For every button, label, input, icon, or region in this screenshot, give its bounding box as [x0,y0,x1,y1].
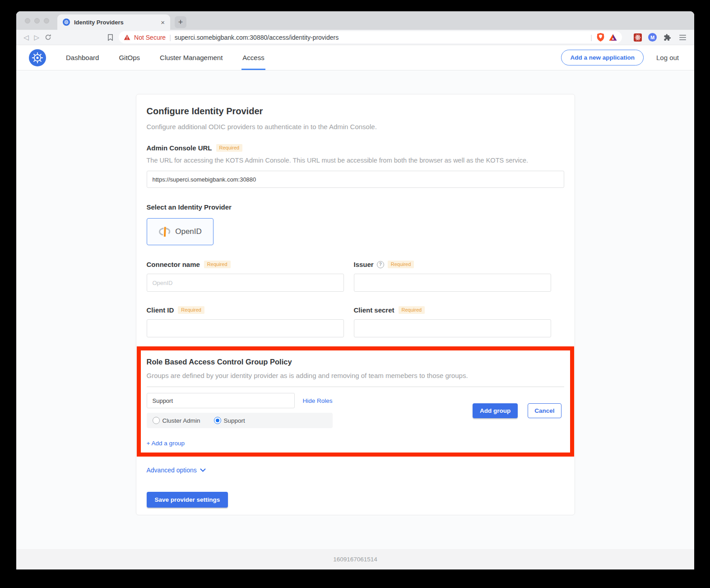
role-option-cluster-admin[interactable]: Cluster Admin [153,417,200,424]
role-label: Cluster Admin [162,417,200,424]
new-tab-button[interactable]: + [175,16,186,28]
warning-triangle-icon [124,34,130,40]
window-controls [16,11,57,30]
address-bar[interactable]: Not Secure | superci.somebigbank.com:308… [119,31,622,43]
required-badge: Required [399,306,425,314]
help-icon[interactable]: ? [377,261,384,268]
connector-fields-grid: Connector name Required Issuer ? Require… [147,261,564,337]
required-badge: Required [388,261,414,268]
select-identity-provider-label: Select an Identity Provider [147,203,564,211]
add-a-group-link[interactable]: + Add a group [147,440,185,447]
extension-atom-icon[interactable] [634,33,642,42]
save-provider-settings-button[interactable]: Save provider settings [147,492,228,508]
role-option-support[interactable]: Support [214,417,245,424]
browser-tab[interactable]: Identity Providers × [57,14,170,30]
tab-title: Identity Providers [74,19,156,26]
nav-item-gitops[interactable]: GitOps [118,45,141,70]
configure-identity-provider-card: Configure Identity Provider Configure ad… [136,94,575,515]
cancel-button[interactable]: Cancel [528,403,561,418]
connector-name-field: Connector name Required [147,261,344,292]
issuer-field: Issuer ? Required [354,261,551,292]
page-title: Configure Identity Provider [147,106,564,117]
puzzle-extensions-icon[interactable] [663,33,671,42]
required-badge: Required [204,261,231,268]
tab-strip: Identity Providers × + [16,11,694,30]
app-header: Dashboard GitOps Cluster Management Acce… [16,45,694,70]
page-subtitle: Configure additional ODIC providers to a… [147,123,564,131]
rbac-highlight-box: Role Based Access Control Group Policy G… [137,346,574,457]
bat-rewards-icon[interactable] [609,34,617,41]
page-content: Configure Identity Provider Configure ad… [16,70,694,549]
openid-provider-tile[interactable]: OpenID [147,218,213,245]
browser-toolbar: ◁ ▷ Not Secure | superci.somebigbank.com… [16,30,694,45]
hide-roles-link[interactable]: Hide Roles [303,397,333,404]
close-tab-icon[interactable]: × [160,19,166,26]
client-secret-field: Client secret Required [354,306,551,337]
rbac-divider [147,387,564,387]
profile-avatar[interactable]: M [648,33,657,42]
issuer-label: Issuer [354,261,374,268]
radio-unselected-icon[interactable] [153,417,160,424]
add-new-application-button[interactable]: Add a new application [561,50,644,65]
client-secret-label: Client secret [354,306,394,314]
extensions-area: M [627,33,689,42]
client-id-input[interactable] [147,319,344,337]
not-secure-label[interactable]: Not Secure [134,34,166,41]
chevron-down-icon [200,468,206,472]
advanced-options-label: Advanced options [147,467,197,474]
connector-name-input[interactable] [147,274,344,292]
browser-window: Identity Providers × + ◁ ▷ [16,11,694,569]
openid-icon [158,224,172,239]
url-text[interactable]: superci.somebigbank.com:30880/access/ide… [175,34,587,41]
roles-box: Cluster Admin Support [147,413,333,428]
client-id-field: Client ID Required [147,306,344,337]
forward-icon[interactable]: ▷ [34,34,40,41]
required-badge: Required [216,144,243,152]
kubernetes-favicon-icon [63,19,70,26]
issuer-input[interactable] [354,274,551,292]
app-footer: 1609167061514 [16,549,694,569]
connector-name-label: Connector name [147,261,200,268]
window-zoom-button[interactable] [44,18,49,23]
admin-console-url-label: Admin Console URL [147,144,212,152]
brave-shield-icon[interactable] [597,33,604,42]
nav-item-dashboard[interactable]: Dashboard [65,45,100,70]
rbac-section-description: Groups are defined by your identity prov… [147,372,564,379]
window-close-button[interactable] [25,18,30,23]
add-group-button[interactable]: Add group [473,403,518,418]
radio-selected-icon[interactable] [214,417,221,424]
browser-menu-icon[interactable] [678,35,686,40]
openid-tile-label: OpenID [175,227,202,236]
kubernetes-logo-icon [29,49,46,66]
identity-provider-section: Select an Identity Provider OpenID [147,203,564,245]
rbac-section-title: Role Based Access Control Group Policy [147,358,564,366]
footer-timestamp: 1609167061514 [333,556,377,563]
group-name-input[interactable] [147,393,295,408]
admin-console-url-section: Admin Console URL Required The URL for a… [147,144,564,188]
omnibox-separator-right: | [590,34,592,41]
group-editor: Hide Roles Cluster Admin Support [147,393,564,428]
client-secret-input[interactable] [354,319,551,337]
admin-console-url-input[interactable] [147,171,564,188]
omnibox-separator: | [169,34,171,41]
app-nav: Dashboard GitOps Cluster Management Acce… [65,45,283,70]
role-label: Support [224,417,245,424]
bookmark-icon[interactable] [107,34,113,41]
required-badge: Required [178,306,204,314]
client-id-label: Client ID [147,306,174,314]
nav-item-access[interactable]: Access [241,45,265,70]
admin-console-url-help: The URL for accessing the KOTS Admin Con… [147,157,564,164]
back-icon[interactable]: ◁ [23,34,29,41]
window-minimize-button[interactable] [34,18,40,23]
reload-icon[interactable] [45,34,51,41]
nav-item-cluster-management[interactable]: Cluster Management [159,45,223,70]
logout-link[interactable]: Log out [656,54,679,61]
advanced-options-toggle[interactable]: Advanced options [147,467,564,474]
